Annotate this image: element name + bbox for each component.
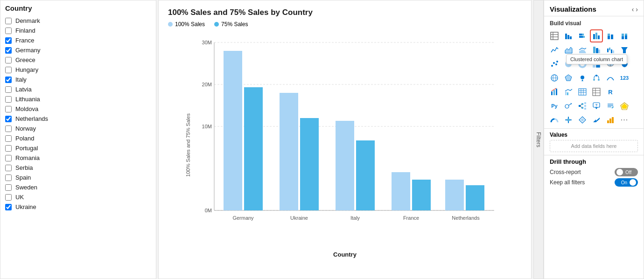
filter-checkbox-romania[interactable] (5, 155, 12, 161)
filter-checkbox-sweden[interactable] (5, 184, 12, 191)
svg-text:20M: 20M (202, 82, 212, 87)
filter-checkbox-latvia[interactable] (5, 86, 12, 93)
keep-filters-toggle[interactable]: On (615, 178, 638, 187)
paginated-viz-icon[interactable] (618, 99, 631, 112)
globe-viz-icon[interactable] (548, 71, 561, 84)
filter-checkbox-ukraine[interactable] (5, 204, 12, 210)
filter-item[interactable]: Romania (5, 153, 151, 163)
filter-checkbox-poland[interactable] (5, 135, 12, 142)
svg-text:10M: 10M (202, 124, 212, 129)
add-fields-box[interactable]: Add data fields here (550, 140, 638, 152)
arrow-viz-icon[interactable] (590, 113, 603, 126)
svg-rect-40 (596, 48, 598, 53)
bar-netherlands-100[interactable] (445, 180, 464, 210)
filter-checkbox-denmark[interactable] (5, 18, 12, 24)
filter-item[interactable]: Norway (5, 124, 151, 133)
bar-italy-75[interactable] (356, 140, 375, 210)
svg-rect-55 (593, 65, 595, 68)
bar-italy-100[interactable] (336, 121, 354, 210)
filter-item[interactable]: Finland (5, 26, 151, 35)
smart-narrative-viz-icon[interactable] (604, 99, 617, 112)
filter-item[interactable]: Hungary (5, 65, 151, 75)
cross-report-toggle[interactable]: Off (615, 168, 638, 176)
legend-dot-100 (168, 22, 173, 27)
clustered-col-viz-icon[interactable] (590, 29, 603, 42)
bar-france-100[interactable] (392, 172, 410, 210)
custom-viz-icon[interactable] (562, 113, 575, 126)
azure-map-viz-icon[interactable] (576, 71, 589, 84)
kpi-viz-icon[interactable] (548, 85, 561, 98)
filter-item[interactable]: Portugal (5, 143, 151, 153)
decomp-viz-icon[interactable] (576, 99, 589, 112)
python-viz-icon[interactable]: Py (548, 99, 561, 112)
gauge-viz-icon[interactable] (548, 113, 561, 126)
100pct-col-viz-icon[interactable] (618, 29, 631, 42)
filter-item[interactable]: Ukraine (5, 202, 151, 212)
bar-germany-75[interactable] (244, 87, 263, 210)
filter-item[interactable]: Sweden (5, 182, 151, 192)
key-influencer-viz-icon[interactable] (562, 99, 575, 112)
table2-viz-icon[interactable] (576, 85, 589, 98)
filter-checkbox-norway[interactable] (5, 126, 12, 132)
bar-ukraine-75[interactable] (300, 118, 319, 210)
filter-item[interactable]: Spain (5, 173, 151, 182)
stacked-bar-viz-icon[interactable] (576, 29, 589, 42)
decomp-tree-viz-icon[interactable] (590, 71, 603, 84)
filter-checkbox-germany[interactable] (5, 47, 12, 54)
table-viz-icon[interactable] (548, 29, 561, 42)
line-chart-viz-icon[interactable] (548, 43, 561, 56)
stacked-col-viz-icon[interactable] (604, 29, 617, 42)
filter-item[interactable]: Poland (5, 133, 151, 143)
filter-checkbox-lithuania[interactable] (5, 96, 12, 103)
bar-netherlands-75[interactable] (466, 185, 484, 210)
filter-checkbox-uk[interactable] (5, 194, 12, 201)
number-viz-icon[interactable]: 123 (618, 71, 631, 84)
bar-ukraine-100[interactable] (280, 93, 298, 210)
filter-checkbox-greece[interactable] (5, 57, 12, 63)
placeholder-viz-icon (618, 85, 631, 98)
bar-france-75[interactable] (412, 180, 431, 210)
filter-item[interactable]: Moldova (5, 104, 151, 114)
shape-map-viz-icon[interactable] (562, 71, 575, 84)
line-cluster-viz-icon[interactable] (562, 85, 575, 98)
filter-checkbox-italy[interactable] (5, 77, 12, 83)
bar-chart-viz-icon[interactable] (562, 29, 575, 42)
bar-chart3-viz-icon[interactable] (604, 113, 617, 126)
filter-item[interactable]: Netherlands (5, 114, 151, 124)
matrix2-viz-icon[interactable] (590, 85, 603, 98)
filter-item[interactable]: Serbia (5, 163, 151, 173)
filter-item[interactable]: Greece (5, 55, 151, 65)
collapse-arrow-button[interactable]: ‹ (632, 6, 634, 13)
filter-label: Poland (15, 135, 34, 142)
svg-text:30M: 30M (202, 40, 212, 45)
filter-checkbox-finland[interactable] (5, 28, 12, 34)
filter-item[interactable]: Italy (5, 75, 151, 84)
drill-through-label: Drill through (550, 158, 638, 165)
filter-item[interactable]: UK (5, 192, 151, 202)
filter-checkbox-france[interactable] (5, 37, 12, 44)
filter-checkbox-serbia[interactable] (5, 165, 12, 171)
qa-viz-icon[interactable]: ? (590, 99, 603, 112)
filter-checkbox-hungary[interactable] (5, 67, 12, 73)
svg-point-50 (556, 61, 558, 63)
scatter-viz-icon[interactable] (548, 57, 561, 70)
filter-checkbox-spain[interactable] (5, 174, 12, 181)
svg-rect-25 (579, 36, 583, 38)
filter-label: Moldova (15, 105, 38, 112)
diamond-viz-icon[interactable] (576, 113, 589, 126)
filter-item[interactable]: Latvia (5, 84, 151, 94)
filter-item[interactable]: Denmark (5, 16, 151, 26)
filter-checkbox-moldova[interactable] (5, 106, 12, 112)
filter-item[interactable]: France (5, 35, 151, 45)
more-viz-icon[interactable]: ··· (618, 113, 631, 126)
filter-checkbox-portugal[interactable] (5, 145, 12, 152)
filter-item[interactable]: Lithuania (5, 94, 151, 104)
svg-rect-93 (584, 108, 586, 110)
filter-checkbox-netherlands[interactable] (5, 116, 12, 122)
expand-arrow-button[interactable]: › (636, 6, 638, 13)
filter-item[interactable]: Germany (5, 45, 151, 55)
bar-germany-100[interactable] (224, 51, 242, 210)
filters-tab[interactable]: Filters (533, 0, 544, 279)
r-script-viz-icon[interactable]: R (604, 85, 617, 98)
arc-viz-icon[interactable] (604, 71, 617, 84)
